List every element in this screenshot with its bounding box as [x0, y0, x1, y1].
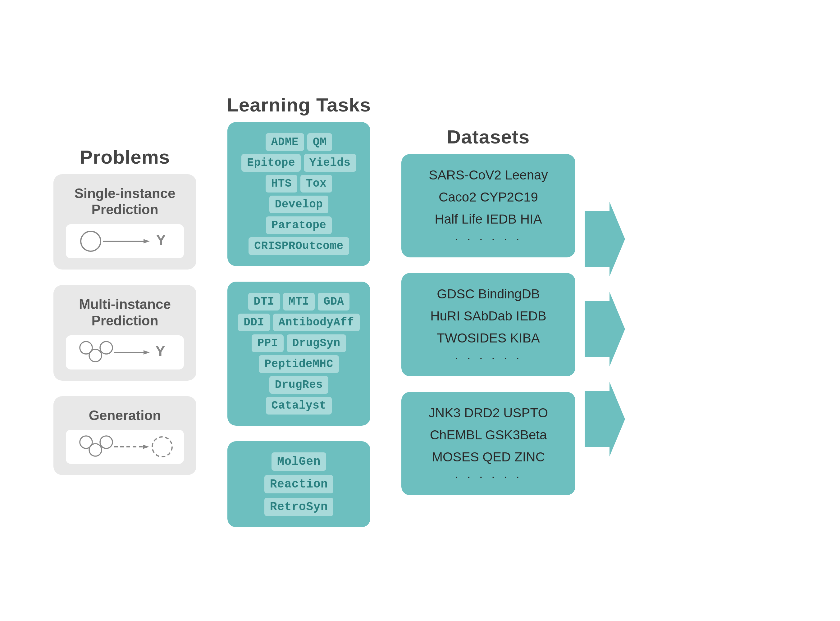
big-arrow-1	[585, 202, 625, 276]
task-tag-ddi: DDI	[238, 314, 270, 331]
problem-diagram-generation	[66, 430, 184, 464]
svg-point-5	[89, 349, 102, 362]
task-tag-molgen: MolGen	[271, 452, 326, 471]
svg-point-11	[89, 444, 102, 456]
dataset-text-multi-2: HuRI SAbDab IEDB	[430, 306, 546, 326]
dataset-text-single-3: Half Life IEDB HIA	[435, 209, 542, 229]
datasets-header: Datasets	[447, 126, 530, 148]
task-tag-dti: DTI	[248, 293, 280, 310]
big-arrows-column	[585, 165, 625, 456]
dataset-text-multi-3: TWOSIDES KIBA	[437, 328, 540, 348]
task-tag-mti: MTI	[283, 293, 315, 310]
task-tag-gda: GDA	[318, 293, 349, 310]
svg-point-15	[152, 437, 172, 457]
tasks-column: Learning Tasks ADME QM Epitope Yields HT…	[224, 94, 373, 527]
dataset-dots-single: · · · · · ·	[455, 231, 522, 246]
dataset-text-single-2: Caco2 CYP2C19	[439, 187, 538, 207]
generation-svg	[72, 433, 178, 461]
task-tag-ppi: PPI	[252, 335, 283, 352]
dataset-text-multi-1: GDSC BindingDB	[437, 284, 540, 304]
svg-point-12	[100, 436, 112, 448]
dataset-text-gen-2: ChEMBL GSK3Beta	[430, 425, 547, 445]
task-tag-reaction: Reaction	[264, 475, 333, 494]
svg-marker-14	[143, 445, 149, 449]
task-tag-retrosyn: RetroSyn	[264, 498, 333, 516]
dataset-card-multi: GDSC BindingDB HuRI SAbDab IEDB TWOSIDES…	[401, 273, 575, 376]
task-tag-epitope: Epitope	[241, 154, 301, 172]
task-tag-paratope: Paratope	[266, 217, 332, 234]
task-card-generation: MolGen Reaction RetroSyn	[227, 441, 370, 527]
dataset-dots-gen: · · · · · ·	[455, 469, 522, 484]
task-card-single: ADME QM Epitope Yields HTS Tox Develop P…	[227, 122, 370, 266]
single-instance-svg: Y	[72, 227, 178, 255]
problem-diagram-multi: Y	[66, 335, 184, 370]
dataset-card-generation: JNK3 DRD2 USPTO ChEMBL GSK3Beta MOSES QE…	[401, 392, 575, 495]
problems-header: Problems	[80, 146, 170, 168]
multi-instance-svg: Y	[72, 338, 178, 367]
problem-diagram-single: Y	[66, 224, 184, 258]
svg-text:Y: Y	[155, 343, 165, 359]
problems-column: Problems Single-instancePrediction Y	[50, 146, 199, 476]
dataset-text-gen-3: MOSES QED ZINC	[432, 447, 545, 467]
datasets-column: Datasets SARS-CoV2 Leenay Caco2 CYP2C19 …	[398, 126, 578, 495]
dataset-dots-multi: · · · · · ·	[455, 350, 522, 365]
task-card-multi: DTI MTI GDA DDI AntibodyAff PPI DrugSyn …	[227, 282, 370, 426]
dataset-text-single-1: SARS-CoV2 Leenay	[429, 165, 548, 185]
dataset-text-gen-1: JNK3 DRD2 USPTO	[429, 403, 548, 423]
problem-card-multi: Multi-instancePrediction Y	[53, 285, 196, 381]
svg-marker-17	[585, 292, 625, 367]
task-tag-hts: HTS	[265, 175, 297, 192]
svg-text:Y: Y	[156, 232, 166, 248]
task-tags-generation: MolGen Reaction RetroSyn	[264, 452, 333, 516]
problem-title-multi: Multi-instancePrediction	[79, 296, 171, 329]
svg-marker-16	[585, 202, 625, 276]
svg-point-6	[100, 342, 112, 354]
task-tag-tox: Tox	[300, 175, 332, 192]
problem-card-single: Single-instancePrediction Y	[53, 174, 196, 270]
problem-title-generation: Generation	[89, 407, 161, 424]
svg-point-0	[81, 231, 101, 251]
task-tag-develop: Develop	[269, 195, 329, 213]
task-tag-drugres: DrugRes	[269, 376, 329, 394]
main-diagram: Problems Single-instancePrediction Y	[32, 23, 808, 598]
task-tag-crisproutcome: CRISPROutcome	[249, 237, 349, 255]
task-tag-qm: QM	[307, 133, 332, 151]
big-arrow-2	[585, 292, 625, 367]
svg-marker-2	[144, 239, 150, 244]
problem-title-single: Single-instancePrediction	[74, 185, 175, 218]
tasks-header: Learning Tasks	[227, 94, 371, 116]
task-tag-catalyst: Catalyst	[266, 397, 332, 415]
dataset-card-single: SARS-CoV2 Leenay Caco2 CYP2C19 Half Life…	[401, 154, 575, 257]
task-tags-single: ADME QM Epitope Yields HTS Tox Develop P…	[237, 133, 361, 255]
problem-card-generation: Generation	[53, 396, 196, 476]
task-tags-multi: DTI MTI GDA DDI AntibodyAff PPI DrugSyn …	[237, 293, 361, 415]
svg-marker-18	[585, 382, 625, 456]
big-arrow-3	[585, 382, 625, 456]
task-tag-drugsyn: DrugSyn	[287, 335, 346, 352]
svg-marker-8	[144, 350, 150, 354]
task-tag-peptidemhc: PeptideMHC	[259, 355, 339, 373]
task-tag-antibodyaff: AntibodyAff	[273, 314, 360, 331]
task-tag-adme: ADME	[265, 133, 304, 151]
task-tag-yields: Yields	[304, 154, 356, 172]
